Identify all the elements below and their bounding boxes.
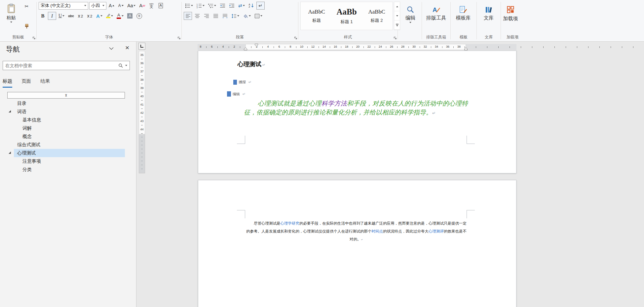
nav-item-label: 心理测试 <box>14 150 36 156</box>
ruler-tick <box>206 46 207 48</box>
style-card[interactable]: AaBbC标题 2 <box>362 3 391 29</box>
enclose-characters-button[interactable]: 字 <box>135 12 143 20</box>
character-border-button[interactable]: A <box>157 2 165 10</box>
first-line-indent-marker[interactable] <box>255 44 258 47</box>
wenku-button[interactable]: 文库 <box>479 2 499 20</box>
increase-indent-button[interactable] <box>228 2 236 10</box>
format-painter-button[interactable] <box>22 22 31 30</box>
right-indent-marker[interactable] <box>464 47 468 50</box>
font-color-button[interactable]: A <box>115 12 125 20</box>
nav-top-box[interactable]: ⊼ <box>7 92 125 99</box>
link-text[interactable]: 心理学研究 <box>281 221 300 225</box>
ruler-tick <box>521 46 521 48</box>
ruler-number: 43 <box>139 119 145 123</box>
style-card[interactable]: AaBbC标题 <box>302 3 331 29</box>
style-card[interactable]: AaBb标题 1 <box>332 3 361 29</box>
borders-button[interactable] <box>253 12 264 20</box>
expand-triangle-icon[interactable] <box>9 110 11 112</box>
nav-tree-item[interactable]: 基本信息 <box>14 116 125 124</box>
link-text[interactable]: 心理测评 <box>429 229 444 233</box>
expand-triangle-icon[interactable] <box>9 152 11 154</box>
strikethrough-button[interactable]: abc <box>67 12 75 20</box>
edit-image-placeholder-icon[interactable] <box>227 91 231 97</box>
change-case-button[interactable]: Aa <box>126 2 137 10</box>
paste-button[interactable]: 粘贴 <box>2 2 20 31</box>
subscript-icon: x <box>78 13 80 19</box>
search-icon[interactable] <box>118 63 123 68</box>
subscript-button[interactable]: x2 <box>76 12 85 20</box>
font-name-combo[interactable]: 宋体 (中文正文) <box>39 2 88 10</box>
ruler-tick <box>285 46 285 48</box>
underline-button[interactable]: U <box>57 12 66 20</box>
asian-layout-button[interactable]: ⇄ <box>237 2 246 10</box>
shrink-font-button[interactable]: A <box>117 2 125 10</box>
grow-font-button[interactable]: A <box>107 2 116 10</box>
phonetic-guide-button[interactable]: wén文 <box>147 2 156 10</box>
document-page-2[interactable]: 尽管心理测试是心理学研究的必要手段，在实际的生活中也得到了越来越广泛的应用，然而… <box>198 180 516 307</box>
typeset-tools-button[interactable]: A 排版工具 <box>424 2 448 20</box>
editing-button[interactable]: 编辑 <box>400 2 421 23</box>
decrease-indent-button[interactable] <box>218 2 227 10</box>
nav-tree-item[interactable]: 分类 <box>14 165 125 174</box>
dialog-launcher-font[interactable] <box>177 36 181 40</box>
text-effects-button[interactable]: A <box>95 12 104 20</box>
dialog-launcher-paragraph[interactable] <box>294 36 297 40</box>
ribbon-group-font: 宋体 (中文正文) 小四 A A Aa A wén文 A B I U abc x… <box>37 0 181 41</box>
distribute-button[interactable] <box>221 12 229 20</box>
vertical-ruler[interactable]: 35363738394041424344 <box>139 51 145 173</box>
speaker-image-placeholder-icon[interactable] <box>233 80 237 85</box>
character-shading-button[interactable]: A <box>126 12 134 20</box>
nav-tree-item[interactable]: 概念 <box>14 132 125 141</box>
search-dropdown-icon[interactable] <box>125 65 127 66</box>
highlight-color-button[interactable] <box>105 12 114 20</box>
ruler-tick <box>141 67 143 67</box>
sort-button[interactable]: AZ <box>247 2 255 10</box>
align-right-button[interactable] <box>202 12 210 20</box>
close-icon[interactable]: × <box>125 44 129 51</box>
align-center-button[interactable] <box>193 12 201 20</box>
ruler-tick <box>476 46 476 48</box>
typeset-tools-label: 排版工具 <box>426 15 446 20</box>
chevron-down-icon[interactable] <box>109 47 114 50</box>
shading-button[interactable] <box>242 12 252 20</box>
font-size-combo[interactable]: 小四 <box>89 2 106 10</box>
tab-results[interactable]: 结果 <box>40 78 50 88</box>
template-library-button[interactable]: 模板库 <box>453 2 474 20</box>
tab-pages[interactable]: 页面 <box>21 78 31 88</box>
ruler-number: 6 <box>211 45 212 48</box>
sort-arrow-icon <box>251 3 254 8</box>
line-spacing-button[interactable] <box>230 12 241 20</box>
link-text[interactable]: 时间点 <box>372 229 383 233</box>
addins-button[interactable]: 加载项 <box>503 2 518 22</box>
nav-tree-item[interactable]: 词语 <box>14 108 125 116</box>
search-box[interactable] <box>3 61 130 70</box>
nav-tree-item[interactable]: 心理测试 <box>14 149 125 157</box>
italic-button[interactable]: I <box>48 12 56 20</box>
left-indent-marker[interactable] <box>244 47 247 50</box>
bold-button[interactable]: B <box>39 12 47 20</box>
bullets-button[interactable] <box>184 2 194 10</box>
ruler-number: 2 <box>233 45 235 48</box>
tab-headings[interactable]: 标题 <box>3 78 12 88</box>
nav-tree-item[interactable]: 综合式测试 <box>14 141 125 149</box>
dialog-launcher-clipboard[interactable] <box>32 36 36 40</box>
ruler-number: 36 <box>139 62 145 65</box>
multilevel-list-button[interactable] <box>207 2 217 10</box>
clear-formatting-button[interactable]: A <box>138 2 146 10</box>
document-page-1[interactable]: 心理测试↵ 播报 ↵ 编辑 ↵ 心理测试就是通过心理科学方法和手段，对反映在人的… <box>198 51 516 173</box>
link-text[interactable]: 科学方法 <box>322 100 347 107</box>
nav-tree-item[interactable]: 词解 <box>14 124 125 132</box>
superscript-button[interactable]: x2 <box>86 12 94 20</box>
justify-button[interactable] <box>211 12 220 20</box>
nav-tree-item[interactable]: 目录 <box>14 99 125 108</box>
ruler-tick <box>141 165 143 165</box>
nav-tree-item[interactable]: 注意事项 <box>14 157 125 165</box>
horizontal-ruler[interactable]: 86422468101214161820222426283032343638 <box>136 44 644 50</box>
align-left-button[interactable] <box>184 12 192 20</box>
dialog-launcher-styles[interactable] <box>394 36 397 40</box>
show-marks-button[interactable]: ↵ <box>256 2 265 10</box>
search-input[interactable] <box>5 63 116 68</box>
style-preview: AaBbC <box>308 9 325 15</box>
numbering-button[interactable]: 123 <box>195 2 206 10</box>
cut-button[interactable]: ✂ <box>22 2 31 10</box>
